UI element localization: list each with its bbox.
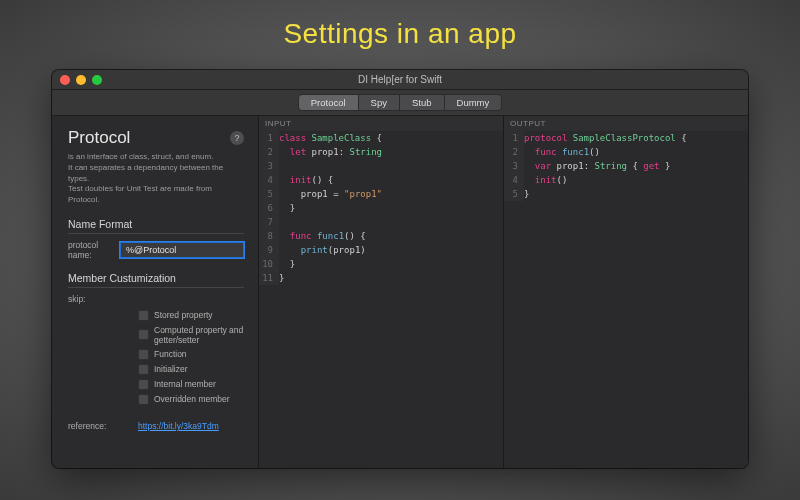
skip-option: Function [68, 347, 244, 362]
tab-spy[interactable]: Spy [359, 94, 400, 111]
skip-option: Overridden member [68, 392, 244, 407]
input-code[interactable]: 1class SampleClass { 2 let prop1: String… [259, 131, 503, 468]
titlebar: DI Help[er for Swift [52, 70, 748, 90]
skip-option: Stored property [68, 308, 244, 323]
skip-option: Internal member [68, 377, 244, 392]
toolbar: Protocol Spy Stub Dummy [52, 90, 748, 116]
traffic-lights [60, 75, 102, 85]
reference-row: reference: https://bit.ly/3ka9Tdm [68, 421, 244, 431]
section-member-customization: Member Custumization [68, 272, 244, 288]
checkbox[interactable] [138, 349, 149, 360]
hero-title: Settings in an app [0, 0, 800, 50]
window-title: DI Help[er for Swift [52, 74, 748, 85]
close-icon[interactable] [60, 75, 70, 85]
checkbox[interactable] [138, 310, 149, 321]
checkbox-label: Initializer [154, 364, 188, 374]
checkbox[interactable] [138, 394, 149, 405]
tab-dummy[interactable]: Dummy [445, 94, 503, 111]
input-pane-header: INPUT [259, 116, 503, 131]
reference-link[interactable]: https://bit.ly/3ka9Tdm [138, 421, 219, 431]
desc-line: is an interface of class, struct, and en… [68, 152, 244, 163]
reference-label: reference: [68, 421, 132, 431]
tab-protocol[interactable]: Protocol [298, 94, 359, 111]
output-pane: OUTPUT 1protocol SampleClassProtocol { 2… [503, 116, 748, 468]
sidebar-description: is an interface of class, struct, and en… [68, 152, 244, 206]
input-pane: INPUT 1class SampleClass { 2 let prop1: … [258, 116, 503, 468]
zoom-icon[interactable] [92, 75, 102, 85]
checkbox-label: Function [154, 349, 187, 359]
checkbox[interactable] [138, 364, 149, 375]
help-icon[interactable]: ? [230, 131, 244, 145]
section-name-format: Name Format [68, 218, 244, 234]
minimize-icon[interactable] [76, 75, 86, 85]
skip-label: skip: [68, 294, 132, 304]
checkbox-label: Internal member [154, 379, 216, 389]
skip-checkbox-list: Stored property Computed property and ge… [68, 308, 244, 407]
settings-sidebar: Protocol ? is an interface of class, str… [52, 116, 258, 468]
protocol-name-label: protocol name: [68, 240, 114, 260]
checkbox-label: Computed property and getter/setter [154, 325, 244, 345]
desc-line: Test doubles for Unit Test are made from… [68, 184, 244, 206]
code-panes: INPUT 1class SampleClass { 2 let prop1: … [258, 116, 748, 468]
output-pane-header: OUTPUT [504, 116, 748, 131]
checkbox-label: Overridden member [154, 394, 230, 404]
desc-line: It can separates a dependancy between th… [68, 163, 244, 185]
skip-option: Initializer [68, 362, 244, 377]
protocol-name-input[interactable] [120, 242, 244, 258]
sidebar-title: Protocol [68, 128, 130, 148]
app-window: DI Help[er for Swift Protocol Spy Stub D… [52, 70, 748, 468]
skip-option: Computed property and getter/setter [68, 323, 244, 347]
tab-stub[interactable]: Stub [400, 94, 445, 111]
checkbox[interactable] [138, 329, 149, 340]
checkbox-label: Stored property [154, 310, 213, 320]
mode-segmented-control: Protocol Spy Stub Dummy [298, 94, 503, 111]
content-area: Protocol ? is an interface of class, str… [52, 116, 748, 468]
checkbox[interactable] [138, 379, 149, 390]
output-code[interactable]: 1protocol SampleClassProtocol { 2 func f… [504, 131, 748, 468]
